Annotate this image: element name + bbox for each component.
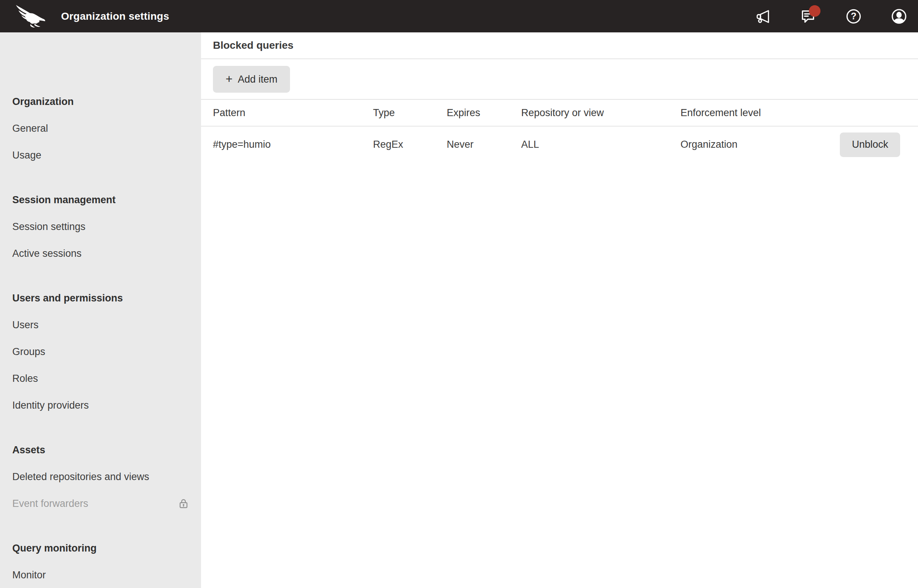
crowdstrike-falcon-logo-icon[interactable] — [15, 3, 48, 29]
column-header-enforcement: Enforcement level — [680, 107, 894, 119]
main-content: Blocked queries + Add item Pattern Type … — [201, 32, 918, 588]
page-header-title: Organization settings — [61, 10, 169, 22]
cell-pattern: #type=humio — [213, 139, 373, 150]
topbar-actions: ? — [754, 8, 908, 25]
page-title-row: Blocked queries — [201, 32, 918, 59]
lock-icon — [177, 497, 190, 510]
help-icon[interactable]: ? — [845, 8, 862, 25]
table-header-row: Pattern Type Expires Repository or view … — [201, 100, 918, 126]
settings-sidebar: Organization General Usage Session manag… — [0, 32, 201, 588]
cell-expires: Never — [447, 139, 521, 150]
sidebar-item-general[interactable]: General — [0, 115, 201, 142]
unblock-button[interactable]: Unblock — [840, 132, 900, 157]
notification-badge — [809, 5, 821, 17]
column-header-type: Type — [373, 107, 447, 119]
sidebar-section-users-permissions: Users and permissions Users Groups Roles… — [0, 285, 201, 419]
section-header-organization: Organization — [0, 88, 201, 115]
cell-actions: Unblock — [840, 132, 900, 157]
sidebar-item-deleted-repositories[interactable]: Deleted repositories and views — [0, 463, 201, 490]
cell-type: RegEx — [373, 139, 447, 150]
page-title: Blocked queries — [213, 39, 293, 52]
sidebar-item-session-settings[interactable]: Session settings — [0, 213, 201, 240]
section-header-query-monitoring: Query monitoring — [0, 535, 201, 562]
section-header-users-permissions: Users and permissions — [0, 285, 201, 312]
add-item-button[interactable]: + Add item — [213, 66, 290, 93]
sidebar-section-organization: Organization General Usage — [0, 88, 201, 169]
sidebar-item-monitor[interactable]: Monitor — [0, 562, 201, 588]
section-header-assets: Assets — [0, 436, 201, 463]
table-row: #type=humio RegEx Never ALL Organization… — [201, 126, 918, 163]
plus-icon: + — [226, 73, 233, 85]
column-header-repository: Repository or view — [521, 107, 680, 119]
sidebar-section-session-management: Session management Session settings Acti… — [0, 186, 201, 267]
sidebar-section-assets: Assets Deleted repositories and views Ev… — [0, 436, 201, 517]
sidebar-item-active-sessions[interactable]: Active sessions — [0, 240, 201, 267]
sidebar-section-query-monitoring: Query monitoring Monitor Blocklist — [0, 535, 201, 588]
sidebar-item-event-forwarders: Event forwarders — [0, 490, 201, 517]
cell-enforcement: Organization — [680, 139, 840, 150]
column-header-expires: Expires — [447, 107, 521, 119]
svg-text:?: ? — [851, 11, 856, 21]
feedback-icon[interactable] — [800, 8, 817, 25]
sidebar-item-roles[interactable]: Roles — [0, 365, 201, 392]
profile-icon[interactable] — [891, 8, 908, 25]
sidebar-item-groups[interactable]: Groups — [0, 338, 201, 365]
sidebar-item-identity-providers[interactable]: Identity providers — [0, 392, 201, 419]
sidebar-item-users[interactable]: Users — [0, 312, 201, 338]
sidebar-item-usage[interactable]: Usage — [0, 142, 201, 169]
toolbar: + Add item — [201, 59, 918, 100]
cell-repository: ALL — [521, 139, 680, 150]
column-header-pattern: Pattern — [213, 107, 373, 119]
section-header-session-management: Session management — [0, 186, 201, 213]
announcements-icon[interactable] — [754, 8, 771, 25]
topbar: Organization settings ? — [0, 0, 918, 32]
